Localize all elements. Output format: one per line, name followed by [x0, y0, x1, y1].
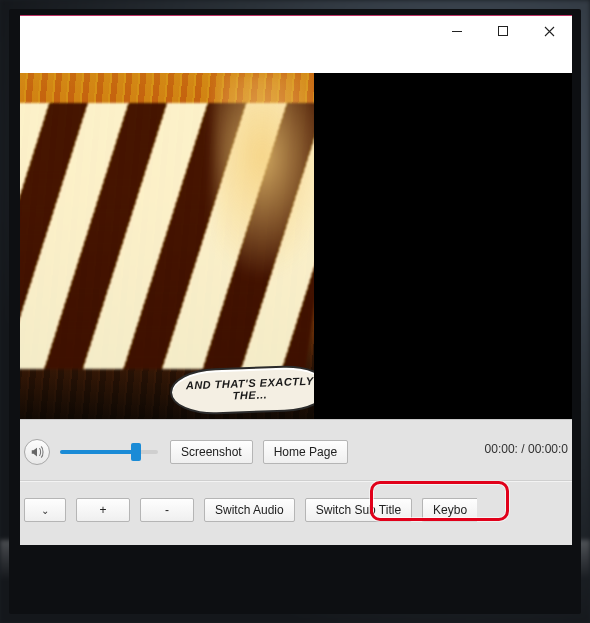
controls-divider — [20, 480, 572, 482]
window-controls — [434, 16, 572, 46]
volume-slider-fill — [60, 450, 133, 454]
player-window: AND THAT'S EXACTLY THE… Screenshot Home … — [20, 15, 572, 545]
minus-button[interactable]: - — [140, 498, 194, 522]
home-page-button[interactable]: Home Page — [263, 440, 348, 464]
window-minimize-button[interactable] — [434, 16, 480, 46]
plus-button[interactable]: + — [76, 498, 130, 522]
outer-frame: AND THAT'S EXACTLY THE… Screenshot Home … — [9, 9, 581, 614]
screenshot-button[interactable]: Screenshot — [170, 440, 253, 464]
svg-rect-0 — [499, 27, 508, 36]
window-close-button[interactable] — [526, 16, 572, 46]
chevron-down-icon: ⌄ — [41, 505, 49, 516]
video-frame: AND THAT'S EXACTLY THE… — [20, 73, 314, 419]
volume-slider[interactable] — [60, 450, 158, 454]
switch-subtitle-button[interactable]: Switch Sub Title — [305, 498, 412, 522]
window-titlebar[interactable] — [20, 16, 572, 54]
speech-bubble: AND THAT'S EXACTLY THE… — [169, 364, 314, 416]
switch-audio-button[interactable]: Switch Audio — [204, 498, 295, 522]
timecode-label: 00:00: / 00:00:0 — [485, 442, 568, 456]
window-maximize-button[interactable] — [480, 16, 526, 46]
keyboard-button[interactable]: Keybo — [422, 498, 477, 522]
player-controls-panel: Screenshot Home Page 00:00: / 00:00:0 ⌄ … — [20, 419, 572, 545]
video-area[interactable]: AND THAT'S EXACTLY THE… — [20, 73, 572, 419]
controls-row-2: ⌄ + - Switch Audio Switch Sub Title Keyb… — [20, 496, 572, 524]
speech-bubble-text: AND THAT'S EXACTLY THE… — [172, 376, 314, 405]
video-still-glow — [214, 73, 314, 281]
dropdown-button[interactable]: ⌄ — [24, 498, 66, 522]
volume-slider-thumb[interactable] — [131, 443, 141, 461]
volume-icon[interactable] — [24, 439, 50, 465]
